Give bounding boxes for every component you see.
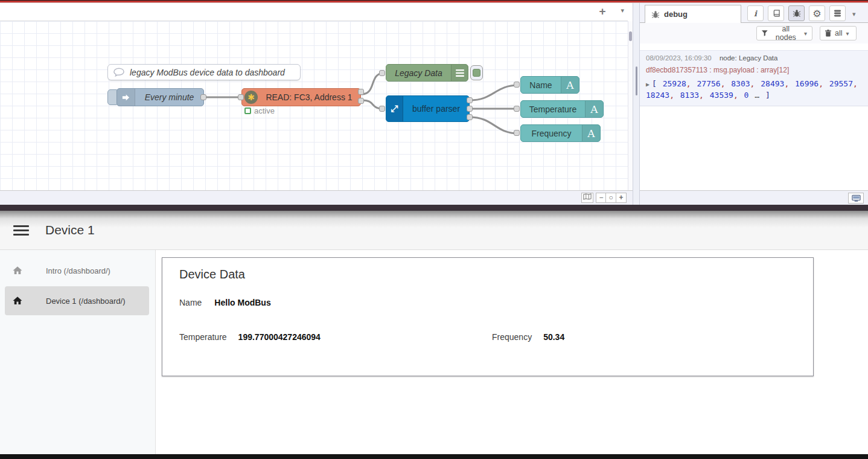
debug-message[interactable]: 08/09/2023, 16:09:30 node: Legacy Data d… xyxy=(640,50,868,106)
debug-enable-toggle[interactable] xyxy=(470,65,483,80)
output-port[interactable] xyxy=(358,89,364,95)
sidebar-item-intro[interactable]: Intro (/dashboard/) xyxy=(5,256,149,285)
debug-node-label: Legacy Data xyxy=(386,68,451,78)
debug-payload[interactable]: ▶[ 25928, 27756, 8303, 28493, 16996, 295… xyxy=(646,79,862,101)
close-bracket: ] xyxy=(765,91,770,100)
expand-triangle-icon[interactable]: ▶ xyxy=(646,81,649,88)
dashboard-header: Device 1 xyxy=(0,211,868,250)
payload-comma: , xyxy=(853,79,858,88)
wire[interactable] xyxy=(470,117,519,133)
navigator-map-button[interactable] xyxy=(581,193,593,203)
help-tab-button[interactable] xyxy=(768,5,784,21)
parser-node-label: buffer parser xyxy=(403,104,469,114)
field-label: Name xyxy=(179,298,202,307)
input-port[interactable] xyxy=(379,106,385,112)
context-tab-button[interactable] xyxy=(829,5,846,21)
ui-text-node-name[interactable]: Name A xyxy=(520,76,579,94)
payload-ellipsis: … xyxy=(748,91,765,100)
menu-hamburger-icon[interactable] xyxy=(13,225,29,236)
add-flow-button[interactable]: + xyxy=(595,4,610,19)
comment-node[interactable]: legacy ModBus device data to dashboard xyxy=(107,64,301,80)
ui-text-node-temperature[interactable]: Temperature A xyxy=(520,100,604,118)
debug-filter-row: all nodes ▾ all ▾ xyxy=(640,23,868,43)
payload-comma: , xyxy=(699,91,710,100)
output-port[interactable] xyxy=(358,98,364,104)
payload-comma: , xyxy=(686,79,697,88)
input-port[interactable] xyxy=(514,82,520,88)
output-port[interactable] xyxy=(200,94,206,100)
output-port[interactable] xyxy=(467,114,473,120)
debug-sidebar: debug i ⚙ ▾ all nodes ▾ xyxy=(640,3,868,205)
payload-number: 8303 xyxy=(731,79,750,88)
ui-node-label: Name xyxy=(521,80,561,90)
payload-comma: , xyxy=(819,79,829,88)
input-port[interactable] xyxy=(514,130,520,136)
debug-message-list: 08/09/2023, 16:09:30 node: Legacy Data d… xyxy=(640,43,868,190)
sidebar-item-device-1[interactable]: Device 1 (/dashboard/) xyxy=(5,286,149,315)
field-value: 50.34 xyxy=(543,332,564,342)
output-port[interactable] xyxy=(467,97,473,103)
zoom-reset-button[interactable]: ○ xyxy=(605,193,616,203)
payload-number: 18243 xyxy=(646,91,669,100)
info-icon: i xyxy=(754,9,757,18)
wire[interactable] xyxy=(362,73,384,94)
input-port[interactable] xyxy=(238,94,244,100)
debug-message-meta: 08/09/2023, 16:09:30 node: Legacy Data xyxy=(646,54,862,62)
modbus-gear-icon: ✱ xyxy=(244,91,258,104)
config-tab-button[interactable]: ⚙ xyxy=(809,5,825,21)
buffer-parser-node[interactable]: ⤢ buffer parser xyxy=(386,95,470,122)
filter-nodes-label: all nodes xyxy=(771,25,800,42)
inject-node-label: Every minute xyxy=(135,92,203,102)
wire[interactable] xyxy=(470,85,519,100)
payload-number: 25928 xyxy=(663,79,686,88)
debug-node-legacy-data[interactable]: Legacy Data xyxy=(386,64,468,82)
open-debug-window-button[interactable] xyxy=(848,193,864,204)
ui-node-label: Frequency xyxy=(521,129,582,138)
tab-debug[interactable]: debug xyxy=(645,5,741,23)
flow-canvas[interactable]: legacy ModBus device data to dashboard E… xyxy=(0,21,628,190)
payload-number: 27756 xyxy=(697,79,720,88)
payload-comma: , xyxy=(733,91,744,100)
home-icon xyxy=(12,295,23,306)
trash-icon xyxy=(825,30,831,37)
debug-lines-icon xyxy=(451,65,468,81)
canvas-scrollbar[interactable] xyxy=(628,21,633,190)
flow-tabbar: + ▾ xyxy=(0,3,628,21)
ui-text-node-frequency[interactable]: Frequency A xyxy=(520,124,601,142)
workspace-column: + ▾ legacy ModBus device data to dashboa… xyxy=(0,3,633,205)
zoom-in-button[interactable]: + xyxy=(616,193,627,203)
inject-node[interactable]: Every minute xyxy=(116,88,204,106)
scrollbar-thumb[interactable] xyxy=(629,31,632,41)
tab-debug-label: debug xyxy=(664,10,688,19)
open-bracket: [ xyxy=(652,79,657,88)
clear-messages-label: all xyxy=(835,29,843,37)
field-name: NameHello ModBus xyxy=(179,298,271,307)
modbus-read-node[interactable]: ✱ READ: FC3, Address 1 xyxy=(241,88,361,106)
filter-nodes-button[interactable]: all nodes ▾ xyxy=(756,26,812,40)
info-tab-button[interactable]: i xyxy=(747,5,764,21)
page-title: Device 1 xyxy=(45,223,95,237)
field-label: Frequency xyxy=(492,332,532,342)
output-port[interactable] xyxy=(467,106,473,112)
debug-source-node: node: Legacy Data xyxy=(720,54,778,62)
field-label: Temperature xyxy=(179,332,227,342)
debug-toggle-state xyxy=(473,69,480,77)
sidebar-menu-caret-icon[interactable]: ▾ xyxy=(852,10,856,18)
modbus-node-label: READ: FC3, Address 1 xyxy=(258,92,360,102)
comment-label: legacy ModBus device data to dashboard xyxy=(130,68,285,77)
home-icon xyxy=(12,265,23,276)
book-icon xyxy=(772,10,780,18)
payload-comma: , xyxy=(750,79,761,88)
comment-bubble-icon xyxy=(113,68,124,77)
dashboard-sidebar: Intro (/dashboard/) Device 1 (/dashboard… xyxy=(0,250,156,454)
node-red-editor: + ▾ legacy ModBus device data to dashboa… xyxy=(0,3,868,205)
flow-list-caret-icon[interactable]: ▾ xyxy=(621,7,624,14)
sidebar-resize-handle[interactable] xyxy=(633,3,640,205)
resize-grip[interactable] xyxy=(636,66,637,95)
input-port[interactable] xyxy=(514,106,520,112)
payload-number: 16996 xyxy=(795,79,819,88)
clear-messages-button[interactable]: all ▾ xyxy=(820,26,857,40)
debug-tab-button[interactable] xyxy=(788,5,805,21)
input-port[interactable] xyxy=(379,70,385,76)
card-title: Device Data xyxy=(179,268,245,281)
